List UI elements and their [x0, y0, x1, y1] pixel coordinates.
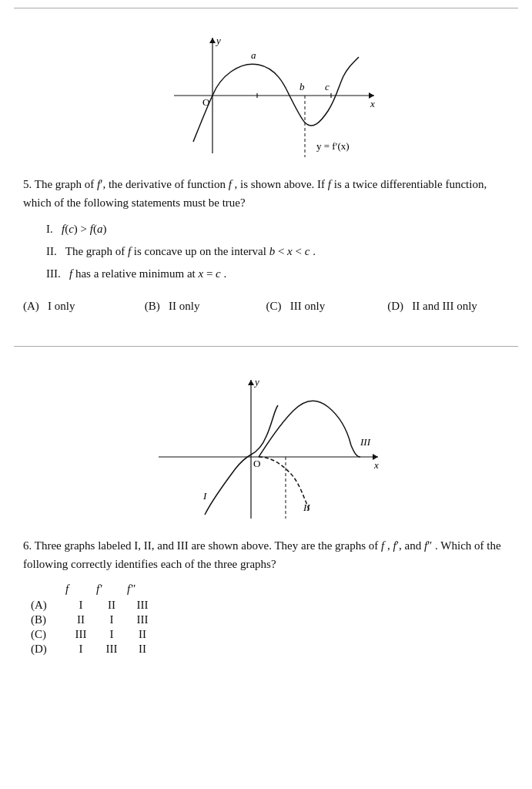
q5-choice-a[interactable]: (A) I only — [23, 297, 145, 315]
svg-text:I: I — [202, 490, 207, 502]
q5-answers: (A) I only (B) II only (C) III only (D) … — [23, 297, 509, 315]
x-label: x — [370, 98, 375, 109]
q6-c-fdp: II — [127, 628, 158, 641]
q6-text: 6. Three graphs labeled I, II, and III a… — [23, 536, 509, 573]
origin-label: O — [202, 96, 209, 108]
y-label: y — [215, 35, 221, 46]
q6-c-fp: I — [96, 628, 127, 641]
q6-b-fp: I — [96, 613, 127, 626]
q6-a-fdp: III — [127, 599, 158, 612]
graph1-svg: x y O a b c y = f′(x) — [151, 30, 382, 161]
header-fprime: f′ — [96, 583, 127, 596]
q6-row-b[interactable]: (B) II I III — [31, 613, 509, 626]
curve-label: y = f′(x) — [316, 140, 350, 152]
label-b: b — [299, 81, 305, 92]
curve-f-prime — [193, 57, 359, 142]
q6-a-label: (A) — [31, 599, 65, 612]
q6-table-header: f f′ f″ — [31, 583, 509, 596]
svg-text:y: y — [253, 376, 259, 388]
q5-statement2: II. The graph of f is concave up on the … — [46, 242, 509, 260]
svg-text:O: O — [253, 458, 260, 469]
q6-d-fp: III — [96, 643, 127, 656]
q5-choice-c[interactable]: (C) III only — [266, 297, 388, 315]
q5-number: 5. — [23, 178, 32, 190]
q6-a-fp: II — [96, 599, 127, 612]
q5-statement3: III. f has a relative minimum at x = c . — [46, 264, 509, 283]
svg-text:III: III — [360, 436, 371, 448]
q6-body: Three graphs labeled I, II, and III are … — [23, 539, 501, 570]
graph1-container: x y O a b c y = f′(x) — [23, 30, 509, 161]
q6-b-f: II — [65, 613, 96, 626]
q6-c-f: III — [65, 628, 96, 641]
q6-d-fdp: II — [127, 643, 158, 656]
q6-d-f: I — [65, 643, 96, 656]
header-f: f — [65, 583, 96, 596]
svg-marker-5 — [248, 380, 254, 385]
question5-block: x y O a b c y = f′(x) 5. The graph of f′… — [0, 8, 532, 323]
question6-block: x y O I III II 6. Three graphs labele — [0, 347, 532, 665]
q6-b-fdp: III — [127, 613, 158, 626]
label-a: a — [251, 49, 256, 61]
q6-d-label: (D) — [31, 643, 65, 656]
q5-statement1: I. f(c) > f(a) — [46, 220, 509, 238]
q6-row-d[interactable]: (D) I III II — [31, 643, 509, 656]
svg-text:x: x — [373, 459, 379, 471]
q5-choice-b[interactable]: (B) II only — [145, 297, 266, 315]
label-c: c — [325, 81, 330, 92]
q6-table: (A) I II III (B) II I III (C) III I II (… — [31, 599, 509, 656]
q6-a-f: I — [65, 599, 96, 612]
graph2-svg: x y O I III II — [143, 368, 390, 522]
q6-row-c[interactable]: (C) III I II — [31, 628, 509, 641]
graph2-container: x y O I III II — [23, 368, 509, 522]
svg-text:II: II — [303, 502, 310, 513]
q5-text: 5. The graph of f′, the derivative of fu… — [23, 175, 509, 212]
header-choice — [31, 583, 65, 596]
q6-number: 6. — [23, 539, 32, 552]
q6-c-label: (C) — [31, 628, 65, 641]
q6-b-label: (B) — [31, 613, 65, 626]
q6-row-a[interactable]: (A) I II III — [31, 599, 509, 612]
q5-body: The graph of f′, the derivative of funct… — [23, 178, 487, 209]
y-axis-arrow — [209, 38, 216, 43]
header-fdprime: f″ — [127, 583, 158, 596]
q5-choice-d[interactable]: (D) II and III only — [387, 297, 509, 315]
